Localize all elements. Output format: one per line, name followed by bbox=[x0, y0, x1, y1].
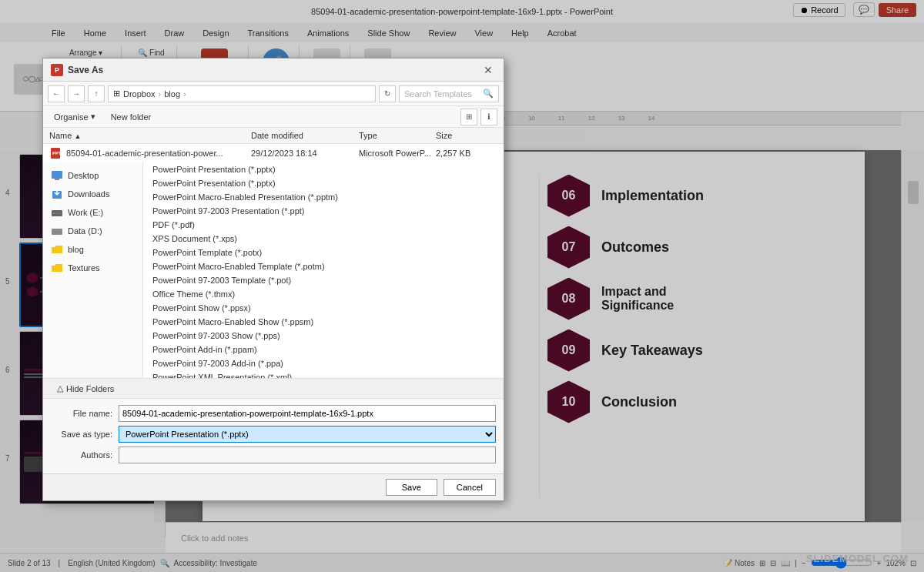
collapse-icon: △ bbox=[57, 383, 63, 393]
nav-search[interactable]: Search Templates 🔍 bbox=[399, 85, 499, 102]
dialog-title: P Save As bbox=[51, 64, 103, 76]
svg-rect-3 bbox=[55, 179, 59, 180]
savetype-pptx-2[interactable]: PowerPoint Presentation (*.pptx) bbox=[143, 176, 504, 190]
new-folder-button[interactable]: New folder bbox=[106, 111, 156, 123]
file-size: 2,257 KB bbox=[436, 149, 497, 158]
header-name[interactable]: Name ▲ bbox=[49, 131, 251, 140]
savetype-ppam[interactable]: PowerPoint Add-in (*.ppam) bbox=[143, 343, 504, 356]
svg-text:PPT: PPT bbox=[52, 151, 62, 156]
search-icon: 🔍 bbox=[483, 89, 494, 99]
dialog-titlebar: P Save As ✕ bbox=[43, 59, 504, 82]
nav-path-icon: ⊞ bbox=[113, 89, 120, 99]
nav-up-button[interactable]: ↑ bbox=[88, 85, 105, 102]
authors-input[interactable] bbox=[119, 447, 496, 463]
panel-downloads[interactable]: Downloads bbox=[43, 185, 142, 203]
dialog-toolbar: Organise ▾ New folder ⊞ ℹ bbox=[43, 106, 504, 128]
savetype-select[interactable]: PowerPoint Presentation (*.pptx) bbox=[119, 426, 496, 443]
panel-data-drive[interactable]: Data (D:) bbox=[43, 222, 142, 240]
dialog-buttons: Save Cancel bbox=[43, 473, 504, 500]
savetype-ppsm[interactable]: PowerPoint Macro-Enabled Show (*.ppsm) bbox=[143, 315, 504, 329]
svg-rect-7 bbox=[52, 229, 62, 235]
hide-folders-button[interactable]: △ Hide Folders bbox=[49, 380, 497, 396]
cancel-button[interactable]: Cancel bbox=[444, 479, 496, 496]
downloads-icon bbox=[51, 188, 63, 200]
data-drive-icon bbox=[51, 225, 63, 237]
save-as-dialog: P Save As ✕ ← → ↑ ⊞ Dropbox › blog › ↻ S… bbox=[42, 58, 504, 501]
dialog-fields: File name: Save as type: PowerPoint Pres… bbox=[43, 398, 504, 473]
desktop-icon bbox=[51, 169, 63, 182]
filename-label: File name: bbox=[51, 409, 112, 418]
nav-path-blog[interactable]: blog bbox=[164, 89, 180, 99]
svg-rect-2 bbox=[52, 171, 62, 179]
drive-icon bbox=[51, 206, 63, 219]
panel-work-drive[interactable]: Work (E:) bbox=[43, 203, 142, 222]
savetype-pps[interactable]: PowerPoint 97-2003 Show (*.pps) bbox=[143, 329, 504, 343]
nav-forward-button[interactable]: → bbox=[68, 85, 85, 102]
savetype-xml[interactable]: PowerPoint XML Presentation (*.xml) bbox=[143, 370, 504, 378]
info-button[interactable]: ℹ bbox=[480, 109, 497, 125]
file-list-header: Name ▲ Date modified Type Size bbox=[43, 128, 504, 144]
right-panel: PowerPoint Presentation (*.pptx) PowerPo… bbox=[143, 162, 504, 378]
file-name: 85094-01-academic-presentation-power... bbox=[66, 149, 251, 158]
organise-chevron: ▾ bbox=[91, 112, 95, 122]
panel-blog[interactable]: blog bbox=[43, 240, 142, 259]
savetype-ppsx[interactable]: PowerPoint Show (*.ppsx) bbox=[143, 301, 504, 315]
authors-row: Authors: bbox=[51, 447, 496, 463]
save-button[interactable]: Save bbox=[386, 479, 437, 496]
panel-desktop[interactable]: Desktop bbox=[43, 166, 142, 185]
savetype-label: Save as type: bbox=[51, 430, 112, 439]
file-row[interactable]: PPT 85094-01-academic-presentation-power… bbox=[43, 144, 504, 162]
pptx-file-icon: PPT bbox=[49, 147, 62, 159]
header-type[interactable]: Type bbox=[359, 131, 436, 140]
savetype-xps[interactable]: XPS Document (*.xps) bbox=[143, 232, 504, 246]
authors-label: Authors: bbox=[51, 450, 112, 460]
savetype-potm[interactable]: PowerPoint Macro-Enabled Template (*.pot… bbox=[143, 259, 504, 273]
filename-input[interactable] bbox=[119, 405, 496, 422]
dialog-overlay: P Save As ✕ ← → ↑ ⊞ Dropbox › blog › ↻ S… bbox=[0, 0, 924, 572]
dialog-nav: ← → ↑ ⊞ Dropbox › blog › ↻ Search Templa… bbox=[43, 82, 504, 106]
header-date[interactable]: Date modified bbox=[251, 131, 359, 140]
file-date: 29/12/2023 18:14 bbox=[251, 149, 359, 158]
filename-row: File name: bbox=[51, 405, 496, 422]
hide-folders-row: △ Hide Folders bbox=[43, 378, 504, 398]
savetype-pptx-1[interactable]: PowerPoint Presentation (*.pptx) bbox=[143, 162, 504, 176]
savetype-thmx[interactable]: Office Theme (*.thmx) bbox=[143, 287, 504, 301]
savetype-potx[interactable]: PowerPoint Template (*.potx) bbox=[143, 246, 504, 259]
savetype-row: Save as type: PowerPoint Presentation (*… bbox=[51, 426, 496, 443]
savetype-ppa[interactable]: PowerPoint 97-2003 Add-in (*.ppa) bbox=[143, 356, 504, 370]
dialog-close-button[interactable]: ✕ bbox=[480, 62, 496, 78]
savetype-ppt-97[interactable]: PowerPoint 97-2003 Presentation (*.ppt) bbox=[143, 204, 504, 218]
header-size[interactable]: Size bbox=[436, 131, 497, 140]
savetype-pot[interactable]: PowerPoint 97-2003 Template (*.pot) bbox=[143, 273, 504, 287]
savetype-pdf[interactable]: PDF (*.pdf) bbox=[143, 218, 504, 232]
panel-textures[interactable]: Textures bbox=[43, 259, 142, 277]
dialog-bottom: Desktop Downloads Work (E:) bbox=[43, 162, 504, 378]
organise-button[interactable]: Organise ▾ bbox=[49, 110, 100, 123]
save-type-dropdown[interactable]: PowerPoint Presentation (*.pptx) PowerPo… bbox=[143, 162, 504, 378]
nav-back-button[interactable]: ← bbox=[48, 85, 65, 102]
search-placeholder: Search Templates bbox=[404, 89, 472, 99]
view-mode-button[interactable]: ⊞ bbox=[460, 109, 477, 125]
textures-folder-icon bbox=[51, 262, 63, 274]
nav-refresh-button[interactable]: ↻ bbox=[379, 85, 396, 102]
nav-path[interactable]: ⊞ Dropbox › blog › bbox=[108, 85, 376, 102]
nav-path-dropbox[interactable]: Dropbox bbox=[123, 89, 156, 99]
file-type: Microsoft PowerP... bbox=[359, 149, 436, 158]
left-panel: Desktop Downloads Work (E:) bbox=[43, 162, 143, 378]
blog-folder-icon bbox=[51, 243, 63, 256]
ppt-icon: P bbox=[51, 64, 63, 76]
savetype-pptm[interactable]: PowerPoint Macro-Enabled Presentation (*… bbox=[143, 190, 504, 204]
